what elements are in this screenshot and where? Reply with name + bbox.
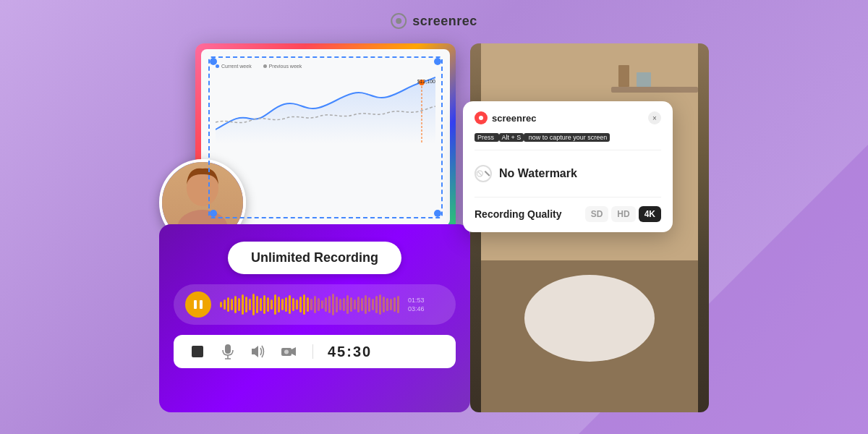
svg-point-11 bbox=[284, 350, 289, 354]
svg-line-21 bbox=[478, 171, 482, 175]
quality-hd[interactable]: HD bbox=[611, 206, 635, 222]
quality-row: Recording Quality SD HD 4K bbox=[475, 206, 661, 222]
waveform bbox=[220, 294, 399, 315]
selection-border bbox=[208, 56, 443, 218]
logo-regular: screen bbox=[412, 14, 456, 28]
no-watermark-row: No Watermark bbox=[475, 159, 661, 188]
svg-marker-9 bbox=[252, 346, 258, 357]
pause-icon bbox=[192, 299, 204, 310]
screenrec-notification-panel: screenrec × Press Alt + S now to capture… bbox=[463, 101, 673, 232]
svg-rect-17 bbox=[637, 72, 651, 87]
timer: 45:30 bbox=[328, 344, 372, 360]
logo-text: screenrec bbox=[412, 14, 477, 29]
left-panel: Current week Previous week $12,100 bbox=[159, 43, 470, 412]
time-display: 01:53 03:46 bbox=[408, 297, 430, 312]
right-panel: screenrec × Press Alt + S now to capture… bbox=[470, 43, 709, 412]
current-time: 01:53 bbox=[408, 297, 430, 304]
logo-bold: rec bbox=[456, 14, 477, 28]
svg-rect-4 bbox=[194, 300, 197, 309]
handle-top-right[interactable] bbox=[434, 58, 441, 65]
purple-panel: Unlimited Recording 01:53 03:46 bbox=[159, 224, 470, 412]
panel-divider-1 bbox=[475, 150, 661, 150]
svg-rect-15 bbox=[611, 87, 698, 93]
quality-sd[interactable]: SD bbox=[585, 206, 609, 222]
header: screenrec bbox=[391, 13, 477, 29]
svg-rect-5 bbox=[200, 300, 203, 309]
quality-4k[interactable]: 4K bbox=[639, 206, 661, 222]
panel-logo-text: screenrec bbox=[492, 113, 536, 124]
stop-icon bbox=[192, 346, 203, 357]
svg-rect-16 bbox=[618, 65, 629, 87]
logo-icon bbox=[391, 13, 407, 29]
no-watermark-text: No Watermark bbox=[499, 167, 577, 180]
svg-marker-12 bbox=[292, 347, 296, 356]
panel-logo-icon bbox=[475, 111, 488, 124]
prohibition-icon bbox=[476, 168, 484, 179]
unlimited-recording-label: Unlimited Recording bbox=[251, 250, 378, 265]
handle-top-left[interactable] bbox=[210, 58, 217, 65]
subtitle-prefix: Press bbox=[475, 133, 499, 142]
svg-point-19 bbox=[524, 275, 655, 362]
controls-bar: 45:30 bbox=[174, 335, 456, 368]
quality-label: Recording Quality bbox=[475, 208, 562, 220]
handle-bottom-right[interactable] bbox=[434, 210, 441, 217]
mic-icon bbox=[221, 344, 234, 359]
divider bbox=[312, 344, 313, 359]
speaker-button[interactable] bbox=[249, 342, 268, 361]
panel-header: screenrec × bbox=[475, 111, 661, 124]
unlimited-recording-button: Unlimited Recording bbox=[228, 242, 401, 274]
panel-subtitle: Press Alt + S now to capture your screen bbox=[475, 133, 661, 141]
screen-capture-widget: Current week Previous week $12,100 bbox=[195, 43, 456, 231]
quality-options: SD HD 4K bbox=[585, 206, 661, 222]
mic-button[interactable] bbox=[218, 342, 237, 361]
screen-inner: Current week Previous week $12,100 bbox=[201, 49, 450, 226]
panel-logo: screenrec bbox=[475, 111, 536, 124]
play-button[interactable] bbox=[185, 292, 211, 318]
no-watermark-icon bbox=[475, 165, 492, 182]
audio-player[interactable]: 01:53 03:46 bbox=[174, 284, 456, 325]
svg-rect-6 bbox=[225, 344, 231, 354]
camera-icon bbox=[281, 346, 297, 357]
total-time: 03:46 bbox=[408, 305, 430, 312]
speaker-icon bbox=[251, 345, 265, 358]
handle-bottom-left[interactable] bbox=[210, 210, 217, 217]
camera-button[interactable] bbox=[279, 342, 298, 361]
panel-close-button[interactable]: × bbox=[648, 111, 661, 124]
main-container: Current week Previous week $12,100 bbox=[159, 43, 709, 412]
panel-divider-2 bbox=[475, 197, 661, 197]
shortcut-key: Alt + S bbox=[499, 133, 524, 142]
subtitle-suffix: now to capture your screen bbox=[524, 133, 610, 142]
stop-button[interactable] bbox=[188, 342, 207, 361]
